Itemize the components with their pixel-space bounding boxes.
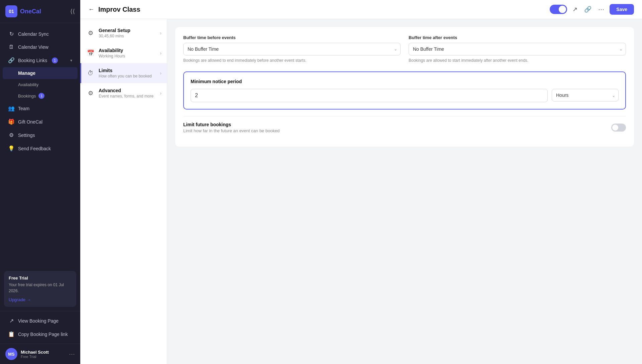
buffer-after-select-wrapper: No Buffer Time ⌄ — [409, 43, 626, 55]
copy-booking-page-link[interactable]: 📋 Copy Booking Page link — [3, 328, 78, 341]
sidebar-item-send-feedback[interactable]: 💡 Send Feedback — [3, 142, 78, 155]
user-info: Michael Scott Free Trial — [21, 350, 66, 359]
buffer-after-hint: Bookings are allowed to start immediatel… — [409, 57, 626, 63]
sidebar-item-label: Calendar Sync — [18, 31, 49, 37]
logo-box: 01 — [5, 5, 17, 17]
menu-item-subtitle: Working Hours — [99, 54, 156, 58]
more-options-button[interactable]: ⋯ — [597, 4, 606, 14]
sidebar-item-settings[interactable]: ⚙ Settings — [3, 129, 78, 142]
menu-item-limits[interactable]: ⏱ Limits How often you can be booked › — [80, 63, 167, 83]
sidebar-item-manage[interactable]: Manage — [3, 67, 78, 79]
calendar-sync-icon: ↻ — [8, 31, 15, 37]
menu-item-availability[interactable]: 📅 Availability Working Hours › — [80, 43, 167, 63]
chevron-down-icon: ▾ — [70, 58, 72, 63]
content-card: Buffer time before events No Buffer Time… — [175, 27, 634, 147]
gift-icon: 🎁 — [8, 119, 15, 125]
menu-item-title: General Setup — [99, 28, 156, 33]
sidebar-item-team[interactable]: 👥 Team — [3, 102, 78, 115]
booking-links-icon: 🔗 — [8, 57, 15, 63]
buffer-before-hint: Bookings are allowed to end immediately … — [183, 57, 401, 63]
menu-item-advanced[interactable]: ⚙ Advanced Event names, forms, and more … — [80, 83, 167, 103]
booking-links-badge: 1 — [52, 57, 58, 63]
team-icon: 👥 — [8, 105, 15, 112]
link-label: View Booking Page — [18, 318, 59, 324]
general-setup-icon: ⚙ — [87, 29, 95, 37]
main: ← Improv Class ↗ 🔗 ⋯ Save ⚙ General Setu… — [80, 0, 642, 364]
buffer-after-select[interactable]: No Buffer Time — [409, 43, 626, 55]
advanced-icon: ⚙ — [87, 89, 95, 97]
buffer-after-group: Buffer time after events No Buffer Time … — [409, 35, 626, 63]
limit-future-section: Limit future bookings Limit how far in t… — [183, 116, 626, 139]
buffer-before-select[interactable]: No Buffer Time — [183, 43, 401, 55]
sidebar-item-label: Calendar View — [18, 44, 48, 50]
sidebar-item-label: Settings — [18, 133, 35, 138]
menu-item-subtitle: 30,45,60 mins — [99, 34, 156, 38]
upgrade-link[interactable]: Upgrade → — [9, 297, 72, 302]
buffer-before-select-wrapper: No Buffer Time ⌄ — [183, 43, 401, 55]
limit-future-text: Limit how far in the future an event can… — [183, 128, 280, 133]
sidebar-item-label: Send Feedback — [18, 146, 51, 151]
top-bar-left: ← Improv Class — [88, 6, 140, 13]
menu-item-subtitle: How often you can be booked — [99, 74, 156, 78]
sidebar-item-label: Team — [18, 106, 29, 111]
menu-item-general-setup[interactable]: ⚙ General Setup 30,45,60 mins › — [80, 23, 167, 43]
buffer-before-group: Buffer time before events No Buffer Time… — [183, 35, 401, 63]
availability-icon: 📅 — [87, 49, 95, 57]
sidebar-header: 01 OneCal ⟨⟨ — [0, 0, 80, 23]
external-link-icon: ↗ — [8, 318, 15, 324]
top-bar-right: ↗ 🔗 ⋯ Save — [550, 4, 634, 15]
back-button[interactable]: ← — [88, 6, 94, 13]
notice-period-section: Minimum notice period Minutes Hours Days… — [183, 71, 626, 110]
external-link-button[interactable]: ↗ — [571, 4, 579, 14]
user-name: Michael Scott — [21, 350, 66, 355]
sidebar-nav: ↻ Calendar Sync 🗓 Calendar View 🔗 Bookin… — [0, 23, 80, 267]
event-active-toggle[interactable] — [550, 5, 567, 14]
buffer-before-label: Buffer time before events — [183, 35, 401, 40]
menu-item-title: Advanced — [99, 88, 156, 93]
copy-link-button[interactable]: 🔗 — [583, 4, 593, 14]
buffer-time-section: Buffer time before events No Buffer Time… — [183, 35, 626, 63]
sidebar-item-booking-links[interactable]: 🔗 Booking Links 1 ▾ — [3, 54, 78, 67]
right-content: Buffer time before events No Buffer Time… — [167, 19, 642, 364]
view-booking-page-link[interactable]: ↗ View Booking Page — [3, 314, 78, 327]
sidebar-subitem-label: Bookings — [18, 94, 36, 99]
sidebar-item-gift-onecal[interactable]: 🎁 Gift OneCal — [3, 115, 78, 128]
avatar: MS — [5, 348, 17, 360]
top-bar: ← Improv Class ↗ 🔗 ⋯ Save — [80, 0, 642, 19]
sidebar: 01 OneCal ⟨⟨ ↻ Calendar Sync 🗓 Calendar … — [0, 0, 80, 364]
logo: 01 OneCal — [5, 5, 41, 17]
menu-item-title: Limits — [99, 68, 156, 73]
sidebar-item-label: Booking Links — [18, 58, 47, 63]
user-options-button[interactable]: ⋯ — [69, 350, 75, 358]
left-menu: ⚙ General Setup 30,45,60 mins › 📅 Availa… — [80, 19, 167, 364]
sidebar-footer-links: ↗ View Booking Page 📋 Copy Booking Page … — [0, 311, 80, 344]
sidebar-item-calendar-view[interactable]: 🗓 Calendar View — [3, 41, 78, 53]
chevron-right-icon: › — [160, 30, 162, 36]
copy-icon: 📋 — [8, 331, 15, 337]
user-plan: Free Trial — [21, 355, 66, 359]
sidebar-item-calendar-sync[interactable]: ↻ Calendar Sync — [3, 27, 78, 40]
link-label: Copy Booking Page link — [18, 332, 68, 337]
settings-icon: ⚙ — [8, 132, 15, 138]
sidebar-subitem-bookings[interactable]: Bookings 1 — [3, 90, 78, 102]
buffer-after-label: Buffer time after events — [409, 35, 626, 40]
bookings-badge: 1 — [38, 93, 44, 99]
notice-period-input[interactable] — [191, 89, 548, 102]
sidebar-user[interactable]: MS Michael Scott Free Trial ⋯ — [0, 344, 80, 364]
sidebar-subitem-availability[interactable]: Availability — [3, 79, 78, 90]
limit-future-toggle[interactable] — [611, 124, 626, 132]
free-trial-text: Your free trial expires on 01 Jul 2026. — [9, 282, 72, 294]
save-button[interactable]: Save — [610, 4, 634, 15]
menu-item-subtitle: Event names, forms, and more — [99, 94, 156, 99]
notice-period-row: Minutes Hours Days ⌄ — [191, 89, 619, 102]
sidebar-item-label: Manage — [8, 70, 35, 76]
page-title: Improv Class — [98, 6, 140, 13]
calendar-view-icon: 🗓 — [8, 44, 15, 50]
collapse-sidebar-button[interactable]: ⟨⟨ — [70, 8, 75, 15]
limits-icon: ⏱ — [87, 70, 95, 77]
notice-period-title: Minimum notice period — [191, 79, 619, 84]
limit-future-title: Limit future bookings — [183, 122, 280, 127]
chevron-right-icon: › — [160, 90, 162, 96]
notice-period-unit-wrapper: Minutes Hours Days ⌄ — [552, 89, 619, 102]
notice-period-unit-select[interactable]: Minutes Hours Days — [552, 89, 619, 102]
